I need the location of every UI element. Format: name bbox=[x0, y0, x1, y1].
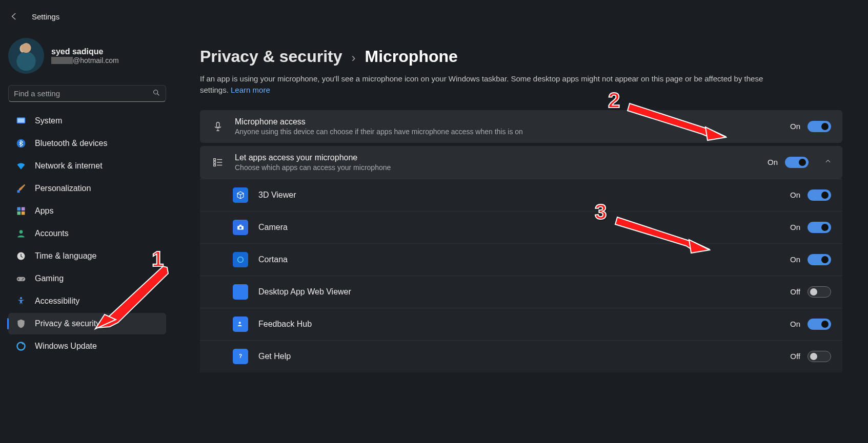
nav-label: Gaming bbox=[35, 274, 64, 283]
nav-label: Time & language bbox=[35, 251, 96, 261]
app-toggle[interactable] bbox=[808, 319, 831, 330]
display-icon bbox=[15, 115, 27, 126]
search-icon bbox=[152, 89, 160, 98]
settings-list: Microphone access Anyone using this devi… bbox=[200, 110, 842, 372]
microphone-access-row: Microphone access Anyone using this devi… bbox=[200, 110, 842, 143]
toggle-label: On bbox=[790, 191, 800, 199]
app-row: Camera On bbox=[200, 211, 842, 243]
svg-point-14 bbox=[20, 297, 22, 299]
svg-rect-16 bbox=[216, 122, 219, 127]
nav-label: Accounts bbox=[35, 229, 69, 238]
svg-point-13 bbox=[22, 279, 23, 280]
nav-system[interactable]: System bbox=[8, 110, 166, 132]
setting-title: Microphone access bbox=[235, 117, 780, 126]
toggle-label: On bbox=[790, 223, 800, 231]
list-icon bbox=[211, 157, 225, 168]
let-apps-access-row[interactable]: Let apps access your microphone Choose w… bbox=[200, 146, 842, 179]
svg-point-21 bbox=[239, 226, 242, 229]
nav-privacy-security[interactable]: Privacy & security bbox=[8, 313, 166, 334]
nav-bluetooth[interactable]: Bluetooth & devices bbox=[8, 133, 166, 154]
accessibility-icon bbox=[15, 296, 27, 307]
toggle-label: On bbox=[768, 158, 778, 166]
setting-title: Let apps access your microphone bbox=[235, 153, 757, 162]
user-block[interactable]: syed sadique @hotmail.com bbox=[8, 38, 166, 83]
shield-icon bbox=[15, 318, 27, 329]
nav-label: System bbox=[35, 116, 62, 125]
avatar bbox=[8, 38, 44, 74]
redacted-email-prefix bbox=[51, 57, 73, 64]
app-name: Desktop App Web Viewer bbox=[258, 287, 780, 297]
setting-subtitle: Anyone using this device can choose if t… bbox=[235, 128, 780, 136]
chevron-up-icon[interactable] bbox=[819, 158, 837, 166]
search-input-wrap[interactable] bbox=[8, 85, 166, 102]
nav-label: Windows Update bbox=[35, 342, 97, 351]
svg-rect-4 bbox=[17, 190, 20, 193]
nav-accounts[interactable]: Accounts bbox=[8, 223, 166, 244]
app-toggle[interactable] bbox=[808, 254, 831, 265]
chevron-right-icon: › bbox=[352, 51, 356, 65]
learn-more-link[interactable]: Learn more bbox=[231, 86, 270, 94]
annotation-number-2: 2 bbox=[608, 88, 620, 113]
nav-windows-update[interactable]: Windows Update bbox=[8, 335, 166, 357]
svg-rect-22 bbox=[239, 224, 242, 226]
user-email: @hotmail.com bbox=[51, 56, 119, 65]
nav-label: Privacy & security bbox=[35, 319, 100, 328]
toggle-label: Off bbox=[790, 287, 800, 296]
svg-point-0 bbox=[154, 90, 158, 94]
wifi-icon bbox=[15, 160, 27, 172]
svg-rect-5 bbox=[17, 207, 21, 211]
svg-rect-18 bbox=[214, 161, 216, 163]
toggle-label: On bbox=[790, 122, 800, 131]
let-apps-section: Let apps access your microphone Choose w… bbox=[200, 146, 842, 372]
nav-personalization[interactable]: Personalization bbox=[8, 178, 166, 199]
app-name: 3D Viewer bbox=[258, 191, 780, 200]
apps-icon bbox=[15, 205, 27, 217]
svg-point-15 bbox=[17, 343, 25, 350]
sidebar: syed sadique @hotmail.com System Bluetoo… bbox=[0, 33, 174, 443]
page-title: Microphone bbox=[365, 47, 458, 66]
app-icon-3d-viewer bbox=[233, 187, 248, 203]
app-row: Desktop App Web Viewer Off bbox=[200, 276, 842, 308]
clock-icon bbox=[15, 250, 27, 262]
search-input[interactable] bbox=[14, 89, 152, 98]
svg-point-9 bbox=[19, 230, 23, 234]
nav-label: Personalization bbox=[35, 184, 91, 193]
nav-label: Apps bbox=[35, 206, 53, 216]
back-button[interactable] bbox=[5, 7, 24, 26]
breadcrumb-parent[interactable]: Privacy & security bbox=[200, 47, 342, 66]
svg-rect-19 bbox=[214, 164, 216, 166]
user-name: syed sadique bbox=[51, 47, 119, 56]
app-toggle[interactable] bbox=[808, 286, 831, 298]
main-content: Privacy & security › Microphone If an ap… bbox=[174, 33, 868, 443]
svg-point-24 bbox=[239, 322, 241, 324]
nav-list: System Bluetooth & devices Network & int… bbox=[8, 110, 166, 357]
app-name: Cortana bbox=[258, 255, 780, 264]
microphone-access-toggle[interactable] bbox=[808, 121, 831, 132]
app-icon-get-help: ? bbox=[233, 349, 248, 364]
svg-point-12 bbox=[23, 278, 24, 279]
svg-text:?: ? bbox=[239, 353, 242, 359]
title-bar: Settings bbox=[0, 0, 868, 33]
person-icon bbox=[15, 228, 27, 239]
svg-rect-6 bbox=[22, 207, 25, 211]
app-toggle[interactable] bbox=[808, 351, 831, 362]
nav-time[interactable]: Time & language bbox=[8, 245, 166, 267]
nav-gaming[interactable]: Gaming bbox=[8, 268, 166, 289]
nav-label: Bluetooth & devices bbox=[35, 139, 107, 148]
nav-accessibility[interactable]: Accessibility bbox=[8, 290, 166, 312]
breadcrumb: Privacy & security › Microphone bbox=[200, 47, 842, 66]
app-icon-feedback-hub bbox=[233, 317, 248, 332]
nav-label: Network & internet bbox=[35, 161, 103, 171]
let-apps-access-toggle[interactable] bbox=[785, 157, 809, 168]
microphone-icon bbox=[211, 121, 225, 132]
nav-apps[interactable]: Apps bbox=[8, 200, 166, 222]
nav-network[interactable]: Network & internet bbox=[8, 155, 166, 177]
app-toggle[interactable] bbox=[808, 189, 831, 201]
app-title: Settings bbox=[32, 12, 59, 21]
svg-rect-8 bbox=[22, 212, 25, 215]
app-row: Cortana On bbox=[200, 243, 842, 276]
app-toggle[interactable] bbox=[808, 222, 831, 233]
app-row: 3D Viewer On bbox=[200, 179, 842, 211]
gamepad-icon bbox=[15, 273, 27, 284]
toggle-label: Off bbox=[790, 352, 800, 361]
